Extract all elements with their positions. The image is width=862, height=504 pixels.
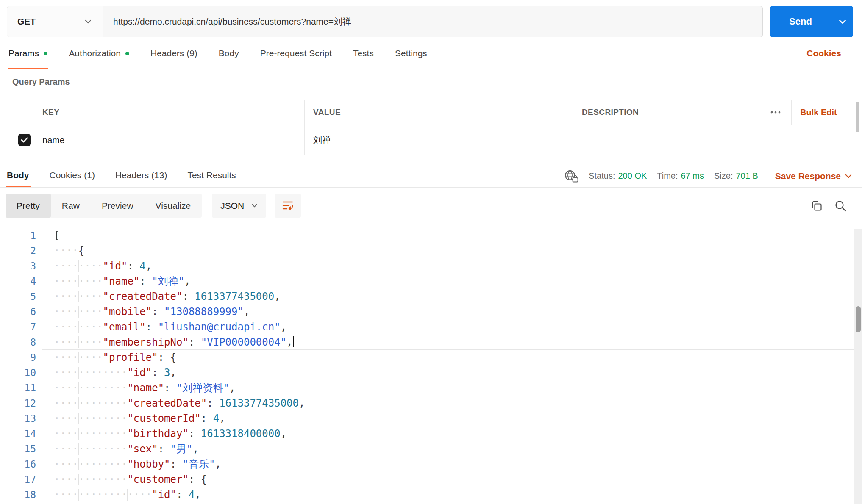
param-row-actions <box>759 125 862 155</box>
format-select[interactable]: JSON <box>212 194 266 218</box>
search-icon <box>834 199 847 212</box>
response-tab-body[interactable]: Body <box>6 165 31 187</box>
globe-lock-button[interactable] <box>564 169 578 183</box>
code-line: 17············"customer": { <box>0 472 862 487</box>
response-tab-headers[interactable]: Headers (13) <box>114 165 169 187</box>
tab-headers[interactable]: Headers (9) <box>150 37 198 69</box>
line-number: 5 <box>0 289 42 304</box>
indent-whitespace: ···· <box>103 474 128 485</box>
copy-response-button[interactable] <box>809 199 824 213</box>
code-token: , <box>219 413 225 424</box>
code-token: 1613318400000 <box>201 428 281 440</box>
send-options-button[interactable] <box>831 6 853 37</box>
indent-whitespace: ···· <box>54 275 78 287</box>
view-tab-raw[interactable]: Raw <box>51 194 91 218</box>
save-response-button[interactable]: Save Response <box>775 171 852 181</box>
code-token: , <box>299 397 305 409</box>
code-token: "男" <box>170 443 193 455</box>
indent-whitespace: ···· <box>103 458 128 470</box>
code-token: : <box>152 367 164 379</box>
tab-tests-label: Tests <box>353 48 374 58</box>
save-response-chevron-icon <box>845 174 852 178</box>
code-line: 8········"membershipNo": "VIP000000004", <box>0 335 862 350</box>
response-tab-test-results-label: Test Results <box>187 170 236 180</box>
code-editor[interactable]: 1[2····{3········"id": 4,4········"name"… <box>0 228 862 502</box>
url-text: https://demo.crudapi.cn/api/business/cus… <box>113 16 351 28</box>
code-line-content: ············"customer": { <box>42 472 862 487</box>
code-token: "13088889999" <box>164 306 244 318</box>
tab-authorization[interactable]: Authorization <box>68 37 130 69</box>
response-tab-cookies[interactable]: Cookies (1) <box>48 165 96 187</box>
view-tab-preview[interactable]: Preview <box>91 194 145 218</box>
param-checkbox[interactable] <box>18 134 31 146</box>
view-tab-pretty[interactable]: Pretty <box>6 194 51 218</box>
tab-params[interactable]: Params <box>8 37 48 69</box>
cookies-link[interactable]: Cookies <box>806 37 841 69</box>
params-table-header: KEY VALUE DESCRIPTION Bulk Edit <box>0 100 862 125</box>
line-number: 2 <box>0 243 42 258</box>
url-input[interactable]: https://demo.crudapi.cn/api/business/cus… <box>103 6 762 37</box>
line-number: 13 <box>0 411 42 426</box>
code-line: 5········"createdDate": 1613377435000, <box>0 289 862 304</box>
code-token: "id" <box>152 489 176 501</box>
tab-authorization-label: Authorization <box>69 48 121 58</box>
code-line-content: [ <box>42 228 862 243</box>
time-value: 67 ms <box>681 171 704 181</box>
code-line-content: ········"id": 4, <box>42 258 862 274</box>
header-select-cell <box>0 100 34 125</box>
indent-whitespace: ···· <box>103 413 128 424</box>
code-token: : <box>139 275 152 287</box>
tab-pre-request-script[interactable]: Pre-request Script <box>259 37 333 69</box>
code-line-content: ········"name": "刘禅", <box>42 274 862 289</box>
line-number: 1 <box>0 228 42 243</box>
code-token: 3 <box>164 367 170 379</box>
code-line: 1[ <box>0 228 862 243</box>
code-token: , <box>229 382 235 394</box>
tab-headers-label: Headers (9) <box>150 48 197 58</box>
send-split-button: Send <box>770 6 853 37</box>
tab-pre-request-script-label: Pre-request Script <box>260 48 332 58</box>
code-token: "mobile" <box>103 306 152 318</box>
code-line: 10············"id": 3, <box>0 365 862 380</box>
status-label: Status: <box>589 171 615 181</box>
response-meta: Status: 200 OK Time: 67 ms Size: 701 B S… <box>564 165 852 187</box>
response-tab-test-results[interactable]: Test Results <box>186 165 237 187</box>
response-scrollbar-thumb[interactable] <box>856 306 861 332</box>
line-number: 4 <box>0 274 42 289</box>
line-number: 17 <box>0 472 42 487</box>
code-token: "createdDate" <box>127 397 207 409</box>
bulk-edit-button[interactable]: Bulk Edit <box>791 100 862 125</box>
tab-body[interactable]: Body <box>218 37 240 69</box>
response-tab-cookies-label: Cookies (1) <box>50 170 95 180</box>
tab-settings-label: Settings <box>395 48 427 58</box>
code-line-content: ············"hobby": "音乐", <box>42 457 862 472</box>
line-number: 8 <box>0 335 42 350</box>
line-number: 11 <box>0 380 42 396</box>
code-token: , <box>286 336 292 348</box>
code-token: , <box>281 428 286 440</box>
view-tab-visualize[interactable]: Visualize <box>145 194 202 218</box>
param-description-cell[interactable] <box>573 125 759 155</box>
text-cursor <box>293 336 294 347</box>
size-value: 701 B <box>736 171 758 181</box>
code-line-content: ········"profile": { <box>42 350 862 365</box>
send-button[interactable]: Send <box>770 6 831 37</box>
param-value-cell[interactable]: 刘禅 <box>304 125 573 155</box>
method-select[interactable]: GET <box>7 6 103 37</box>
params-more-options-button[interactable] <box>759 100 791 125</box>
params-scrollbar-thumb[interactable] <box>856 102 859 132</box>
wrap-lines-button[interactable] <box>275 194 301 218</box>
indent-whitespace: ···· <box>78 260 103 272</box>
param-key-cell[interactable]: name <box>34 125 304 155</box>
tab-tests[interactable]: Tests <box>352 37 375 69</box>
line-number: 14 <box>0 426 42 441</box>
search-response-button[interactable] <box>833 199 848 213</box>
copy-icon <box>810 199 823 212</box>
tab-settings[interactable]: Settings <box>394 37 428 69</box>
code-token: , <box>244 306 250 318</box>
code-token: "profile" <box>103 352 158 363</box>
code-token: 4 <box>213 413 219 424</box>
code-token: 1613377435000 <box>219 397 299 409</box>
indent-whitespace: ···· <box>54 474 78 485</box>
indent-whitespace: ···· <box>78 397 103 409</box>
